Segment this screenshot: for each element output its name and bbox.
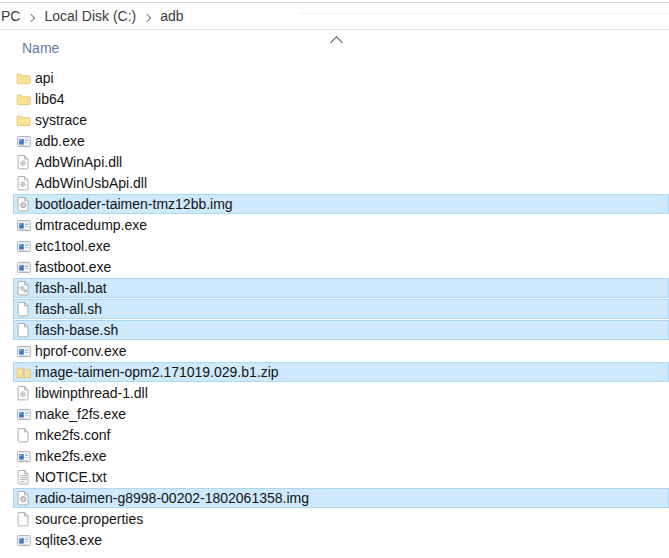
- file-row[interactable]: adb.exe: [0, 131, 669, 152]
- file-row[interactable]: source.properties: [0, 509, 669, 530]
- breadcrumb-item[interactable]: adb: [160, 8, 183, 24]
- file-name: systrace: [35, 112, 87, 128]
- file-name: radio-taimen-g8998-00202-1802061358.img: [35, 490, 309, 506]
- breadcrumb-separator-icon[interactable]: [27, 14, 35, 22]
- file-row[interactable]: AdbWinApi.dll: [0, 152, 669, 173]
- app-icon: [16, 406, 31, 422]
- file-row-highlight: dmtracedump.exe: [13, 215, 669, 235]
- file-row[interactable]: flash-all.bat: [0, 278, 669, 299]
- app-icon: [16, 133, 31, 149]
- file-name: mke2fs.conf: [35, 427, 110, 443]
- file-row[interactable]: mke2fs.exe: [0, 446, 669, 467]
- file-row[interactable]: systrace: [0, 110, 669, 131]
- file-name: AdbWinUsbApi.dll: [35, 175, 147, 191]
- file-row[interactable]: sqlite3.exe: [0, 530, 669, 551]
- dll-icon: [16, 175, 31, 191]
- doc-icon: [16, 301, 31, 317]
- address-bar-divider: [300, 13, 669, 14]
- app-icon: [16, 532, 31, 548]
- file-row[interactable]: mke2fs.conf: [0, 425, 669, 446]
- file-name: AdbWinApi.dll: [35, 154, 122, 170]
- dll-icon: [16, 154, 31, 170]
- file-row-highlight: bootloader-taimen-tmz12bb.img: [13, 194, 669, 214]
- file-name: NOTICE.txt: [35, 469, 107, 485]
- file-name: dmtracedump.exe: [35, 217, 147, 233]
- file-row[interactable]: etc1tool.exe: [0, 236, 669, 257]
- zip-icon: [16, 364, 31, 380]
- file-row[interactable]: radio-taimen-g8998-00202-1802061358.img: [0, 488, 669, 509]
- doc-icon: [16, 427, 31, 443]
- file-name: flash-base.sh: [35, 322, 118, 338]
- chevron-up-icon: [330, 36, 343, 49]
- file-row[interactable]: bootloader-taimen-tmz12bb.img: [0, 194, 669, 215]
- file-row[interactable]: fastboot.exe: [0, 257, 669, 278]
- folder-icon: [16, 112, 31, 128]
- app-icon: [16, 217, 31, 233]
- file-row-highlight: flash-base.sh: [13, 320, 669, 340]
- file-row[interactable]: dmtracedump.exe: [0, 215, 669, 236]
- file-row[interactable]: flash-base.sh: [0, 320, 669, 341]
- file-name: hprof-conv.exe: [35, 343, 127, 359]
- file-row-highlight: lib64: [13, 89, 669, 109]
- file-row[interactable]: image-taimen-opm2.171019.029.b1.zip: [0, 362, 669, 383]
- file-name: make_f2fs.exe: [35, 406, 126, 422]
- file-name: lib64: [35, 91, 65, 107]
- address-bar[interactable]: PCLocal Disk (C:)adb: [0, 2, 669, 30]
- doc-icon: [16, 322, 31, 338]
- file-row[interactable]: hprof-conv.exe: [0, 341, 669, 362]
- file-row[interactable]: libwinpthread-1.dll: [0, 383, 669, 404]
- doc-icon: [16, 511, 31, 527]
- file-row-highlight: systrace: [13, 110, 669, 130]
- file-name: fastboot.exe: [35, 259, 111, 275]
- file-name: api: [35, 70, 54, 86]
- text-icon: [16, 469, 31, 485]
- file-row-highlight: AdbWinApi.dll: [13, 152, 669, 172]
- file-name: image-taimen-opm2.171019.029.b1.zip: [35, 364, 279, 380]
- file-row-highlight: mke2fs.exe: [13, 446, 669, 466]
- app-icon: [16, 259, 31, 275]
- file-row-highlight: radio-taimen-g8998-00202-1802061358.img: [13, 488, 669, 508]
- file-name: etc1tool.exe: [35, 238, 111, 254]
- disc-image-icon: [16, 490, 31, 506]
- file-row[interactable]: NOTICE.txt: [0, 467, 669, 488]
- file-row[interactable]: lib64: [0, 89, 669, 110]
- file-row-highlight: flash-all.bat: [13, 278, 669, 298]
- file-row[interactable]: AdbWinUsbApi.dll: [0, 173, 669, 194]
- script-icon: [16, 280, 31, 296]
- file-row-highlight: fastboot.exe: [13, 257, 669, 277]
- app-icon: [16, 238, 31, 254]
- file-name: libwinpthread-1.dll: [35, 385, 148, 401]
- file-name: source.properties: [35, 511, 143, 527]
- file-row[interactable]: make_f2fs.exe: [0, 404, 669, 425]
- app-icon: [16, 448, 31, 464]
- file-row-highlight: AdbWinUsbApi.dll: [13, 173, 669, 193]
- file-row-highlight: etc1tool.exe: [13, 236, 669, 256]
- file-name: flash-all.bat: [35, 280, 107, 296]
- folder-icon: [16, 91, 31, 107]
- file-row-highlight: mke2fs.conf: [13, 425, 669, 445]
- breadcrumb-item[interactable]: PC: [1, 8, 20, 24]
- file-row-highlight: libwinpthread-1.dll: [13, 383, 669, 403]
- file-row-highlight: flash-all.sh: [13, 299, 669, 319]
- disc-image-icon: [16, 196, 31, 212]
- file-row-highlight: NOTICE.txt: [13, 467, 669, 487]
- file-row-highlight: sqlite3.exe: [13, 530, 669, 550]
- file-row-highlight: api: [13, 68, 669, 88]
- column-header-name[interactable]: Name: [22, 40, 59, 56]
- app-icon: [16, 343, 31, 359]
- file-name: flash-all.sh: [35, 301, 102, 317]
- file-name: sqlite3.exe: [35, 532, 102, 548]
- breadcrumb-item[interactable]: Local Disk (C:): [44, 8, 136, 24]
- file-name: mke2fs.exe: [35, 448, 107, 464]
- breadcrumb-separator-icon[interactable]: [143, 14, 151, 22]
- file-name: bootloader-taimen-tmz12bb.img: [35, 196, 233, 212]
- dll-icon: [16, 385, 31, 401]
- file-list: apilib64systraceadb.exeAdbWinApi.dllAdbW…: [0, 68, 669, 551]
- file-row[interactable]: flash-all.sh: [0, 299, 669, 320]
- file-row[interactable]: api: [0, 68, 669, 89]
- file-row-highlight: image-taimen-opm2.171019.029.b1.zip: [13, 362, 669, 382]
- file-row-highlight: hprof-conv.exe: [13, 341, 669, 361]
- file-name: adb.exe: [35, 133, 85, 149]
- folder-icon: [16, 70, 31, 86]
- file-row-highlight: make_f2fs.exe: [13, 404, 669, 424]
